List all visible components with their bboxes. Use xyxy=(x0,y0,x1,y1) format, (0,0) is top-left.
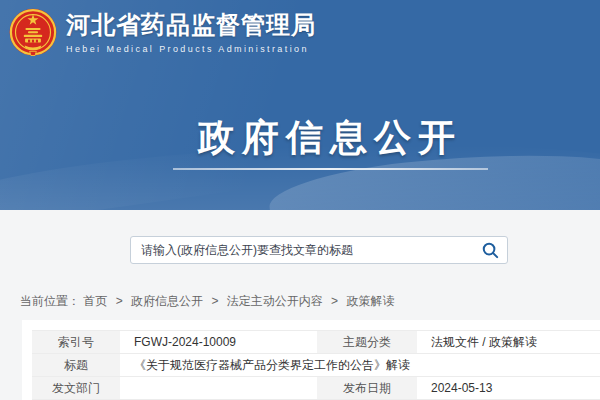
breadcrumb-item-policy-interpretation: 政策解读 xyxy=(346,294,394,308)
table-row-title: 标题 《关于规范医疗器械产品分类界定工作的公告》解读 xyxy=(32,354,600,377)
search-input[interactable] xyxy=(131,237,473,263)
document-title-link[interactable]: 《关于规范医疗器械产品分类界定工作的公告》解读 xyxy=(134,358,410,372)
breadcrumb-label: 当前位置： xyxy=(20,294,80,308)
banner-divider xyxy=(173,168,488,170)
breadcrumb: 当前位置： 首页 > 政府信息公开 > 法定主动公开内容 > 政策解读 xyxy=(20,293,394,310)
topic-category-value: 法规文件 / 政策解读 xyxy=(417,331,600,354)
search-button[interactable] xyxy=(473,237,507,263)
breadcrumb-separator: > xyxy=(116,294,123,308)
search-icon xyxy=(481,241,500,260)
index-number-value: FGWJ-2024-10009 xyxy=(120,331,317,354)
page-banner: 河北省药品监督管理局 Hebei Medical Products Admini… xyxy=(0,0,600,210)
index-number-label: 索引号 xyxy=(32,331,120,354)
site-subtitle: Hebei Medical Products Administration xyxy=(66,44,316,54)
table-row-department: 发文部门 发布日期 2024-05-13 xyxy=(32,377,600,400)
issuing-department-label: 发文部门 xyxy=(32,377,120,400)
breadcrumb-separator: > xyxy=(211,294,218,308)
document-info-card: 索引号 FGWJ-2024-10009 主题分类 法规文件 / 政策解读 标题 … xyxy=(22,320,600,400)
breadcrumb-item-statutory-content[interactable]: 法定主动公开内容 xyxy=(227,294,323,308)
table-row-index: 索引号 FGWJ-2024-10009 主题分类 法规文件 / 政策解读 xyxy=(32,331,600,354)
publish-date-label: 发布日期 xyxy=(317,377,417,400)
breadcrumb-item-home[interactable]: 首页 xyxy=(83,294,107,308)
site-brand-link[interactable]: 河北省药品监督管理局 Hebei Medical Products Admini… xyxy=(8,7,316,59)
document-title-cell: 《关于规范医疗器械产品分类界定工作的公告》解读 xyxy=(120,354,600,377)
publish-date-value: 2024-05-13 xyxy=(417,377,600,400)
topic-category-label: 主题分类 xyxy=(317,331,417,354)
china-national-emblem-icon xyxy=(8,7,58,59)
site-brand-text: 河北省药品监督管理局 Hebei Medical Products Admini… xyxy=(66,12,316,53)
breadcrumb-item-info-disclosure[interactable]: 政府信息公开 xyxy=(131,294,203,308)
site-title: 河北省药品监督管理局 xyxy=(66,12,316,38)
breadcrumb-separator: > xyxy=(331,294,338,308)
search-box xyxy=(130,236,508,264)
page-title: 政府信息公开 xyxy=(0,113,600,163)
document-info-table: 索引号 FGWJ-2024-10009 主题分类 法规文件 / 政策解读 标题 … xyxy=(32,330,600,400)
issuing-department-value xyxy=(120,377,317,400)
title-label: 标题 xyxy=(32,354,120,377)
